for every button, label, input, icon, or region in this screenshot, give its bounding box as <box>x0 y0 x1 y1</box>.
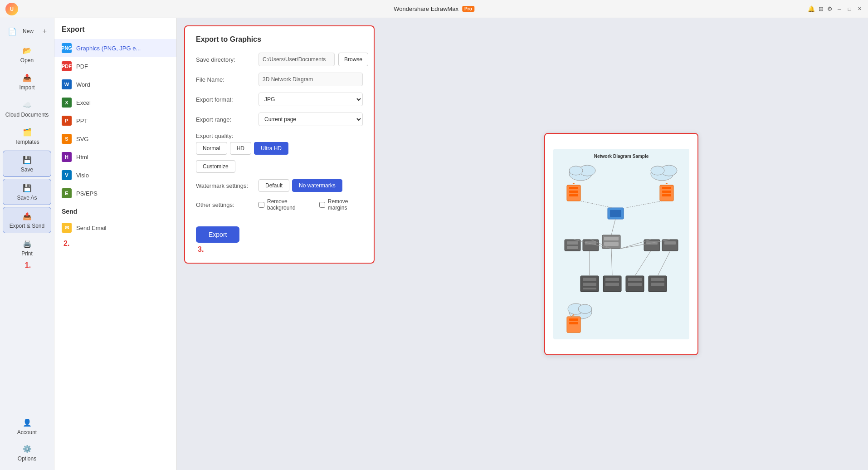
annotation-3: 3. <box>198 245 363 254</box>
sidebar-item-open[interactable]: 📂 Open <box>3 42 51 67</box>
export-item-graphics[interactable]: PNG Graphics (PNG, JPG e... <box>54 39 176 57</box>
watermark-none-btn[interactable]: No watermarks <box>292 179 342 192</box>
sidebar-label-new: New <box>23 28 41 34</box>
export-format-select[interactable]: JPG PNG BMP TIFF SVG <box>258 93 363 106</box>
annotation-2: 2. <box>56 240 176 248</box>
remove-margins-label[interactable]: Remove margins <box>319 198 363 211</box>
other-settings-row: Other settings: Remove background Remove… <box>196 198 363 211</box>
svg-icon: S <box>62 134 72 144</box>
minimize-button[interactable]: ─ <box>836 6 843 12</box>
sidebar-item-saveas[interactable]: 💾 Save As <box>3 179 51 205</box>
file-name-input[interactable] <box>258 73 363 86</box>
svg-rect-38 <box>628 278 642 281</box>
sidebar-item-import[interactable]: 📥 Import <box>3 69 51 94</box>
export-label-eps: PS/EPS <box>76 190 98 197</box>
svg-rect-15 <box>662 194 671 196</box>
close-button[interactable]: ✕ <box>856 6 863 12</box>
export-item-svg[interactable]: S SVG <box>54 130 176 148</box>
customize-btn[interactable]: Customize <box>196 160 235 173</box>
export-item-html[interactable]: H Html <box>54 148 176 166</box>
sidebar-item-cloud[interactable]: ☁️ Cloud Documents <box>3 96 51 122</box>
sidebar-label-save: Save <box>21 166 33 173</box>
sidebar-item-export[interactable]: 📤 Export & Send <box>3 207 51 233</box>
html-icon: H <box>62 152 72 162</box>
word-icon: W <box>62 79 72 89</box>
sidebar-label-print: Print <box>21 250 33 257</box>
sidebar-item-options[interactable]: ⚙️ Options <box>3 440 51 465</box>
export-format-row: Export format: JPG PNG BMP TIFF SVG <box>196 93 363 106</box>
svg-text:Network Diagram Sample: Network Diagram Sample <box>594 154 649 159</box>
sidebar-label-import: Import <box>19 84 34 91</box>
svg-rect-21 <box>565 240 580 251</box>
svg-rect-14 <box>662 191 671 193</box>
export-item-eps[interactable]: E PS/EPS <box>54 184 176 202</box>
export-label-graphics: Graphics (PNG, JPG e... <box>76 45 141 52</box>
export-item-word[interactable]: W Word <box>54 75 176 93</box>
svg-rect-41 <box>651 278 664 281</box>
export-item-ppt[interactable]: P PPT <box>54 112 176 130</box>
visio-icon: V <box>62 170 72 180</box>
remove-bg-label[interactable]: Remove background <box>258 198 310 211</box>
export-panel: Export PNG Graphics (PNG, JPG e... PDF P… <box>54 18 177 470</box>
svg-rect-19 <box>604 237 619 240</box>
maximize-button[interactable]: □ <box>846 6 853 12</box>
sidebar-label-templates: Templates <box>15 139 39 145</box>
saveas-icon: 💾 <box>22 183 32 193</box>
watermark-default-btn[interactable]: Default <box>258 179 289 192</box>
export-range-select[interactable]: Current page All pages Selected objects <box>258 113 363 126</box>
export-panel-title: Export <box>54 25 176 39</box>
remove-margins-checkbox[interactable] <box>319 202 325 208</box>
save-directory-label: Save directory: <box>196 56 255 63</box>
options-icon: ⚙️ <box>22 444 32 454</box>
ppt-icon: P <box>62 116 72 126</box>
preview-card: Network Diagram Sample <box>544 133 698 355</box>
layout-icon[interactable]: ⊞ <box>819 5 824 12</box>
svg-rect-39 <box>628 283 642 286</box>
watermark-label: Watermark settings: <box>196 182 255 189</box>
browse-button[interactable]: Browse <box>338 53 368 66</box>
export-button[interactable]: Export <box>196 226 239 243</box>
content-area: Export PNG Graphics (PNG, JPG e... PDF P… <box>54 18 868 470</box>
sidebar-item-new[interactable]: 📄 New + <box>3 23 51 40</box>
svg-rect-31 <box>583 278 596 281</box>
file-name-row: File Name: <box>196 73 363 86</box>
svg-rect-29 <box>664 241 676 245</box>
save-directory-input[interactable] <box>258 53 335 66</box>
sidebar-label-cloud: Cloud Documents <box>5 112 49 118</box>
checkbox-row: Remove background Remove margins <box>258 198 363 211</box>
export-item-excel[interactable]: X Excel <box>54 93 176 112</box>
print-icon: 🖨️ <box>22 239 32 249</box>
sidebar-item-account[interactable]: 👤 Account <box>3 414 51 439</box>
svg-rect-48 <box>569 322 578 324</box>
sidebar-label-account: Account <box>17 429 37 436</box>
notification-icon[interactable]: 🔔 <box>808 5 815 12</box>
sidebar-item-print[interactable]: 🖨️ Print 1. <box>3 235 51 273</box>
sidebar-label-options: Options <box>18 455 36 462</box>
sidebar-item-save[interactable]: 💾 Save <box>3 151 51 177</box>
svg-rect-22 <box>567 241 578 245</box>
quality-ultrahd-btn[interactable]: Ultra HD <box>254 142 288 155</box>
export-range-row: Export range: Current page All pages Sel… <box>196 113 363 126</box>
export-item-email[interactable]: ✉ Send Email <box>54 219 176 237</box>
sidebar-label-export: Export & Send <box>10 223 44 229</box>
user-avatar[interactable]: U <box>5 3 18 15</box>
export-item-pdf[interactable]: PDF PDF <box>54 57 176 75</box>
svg-rect-23 <box>567 246 578 249</box>
svg-rect-47 <box>569 318 578 321</box>
eps-icon: E <box>62 188 72 198</box>
templates-icon: 🗂️ <box>22 127 32 137</box>
export-form-panel: Export to Graphics Save directory: Brows… <box>184 25 375 264</box>
sidebar-item-templates[interactable]: 🗂️ Templates <box>3 123 51 149</box>
export-label-ppt: PPT <box>76 118 88 124</box>
svg-rect-32 <box>583 283 596 286</box>
svg-rect-35 <box>605 278 619 281</box>
remove-bg-checkbox[interactable] <box>258 202 264 208</box>
svg-rect-17 <box>610 210 621 217</box>
quality-normal-btn[interactable]: Normal <box>196 142 227 155</box>
settings-icon[interactable]: ⚙ <box>827 5 833 12</box>
plus-icon: + <box>43 27 47 35</box>
quality-hd-btn[interactable]: HD <box>230 142 251 155</box>
watermark-group: Default No watermarks <box>258 179 342 192</box>
left-sidebar: 📄 New + 📂 Open 📥 Import ☁️ Cloud Documen… <box>0 18 54 470</box>
export-item-visio[interactable]: V Visio <box>54 166 176 184</box>
